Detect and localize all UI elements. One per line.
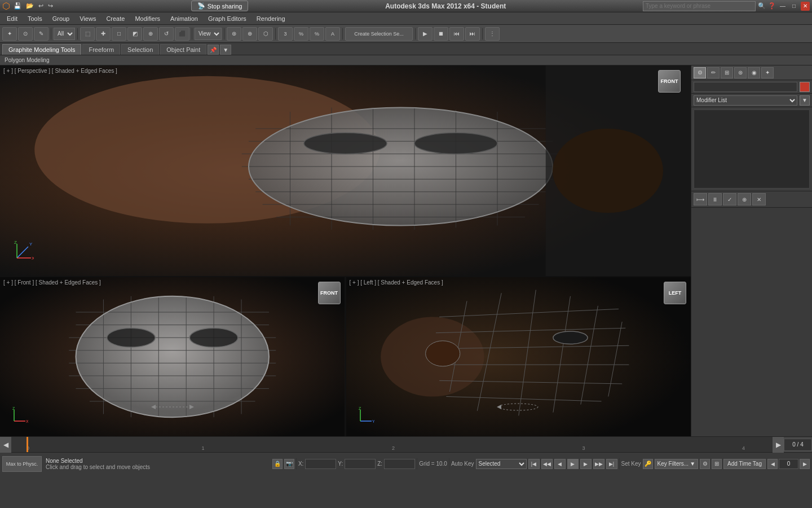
menu-animation[interactable]: Animation [166,14,202,23]
nav-cube-perspective[interactable]: FRONT [658,70,686,98]
num1-btn[interactable]: 3 [278,27,293,41]
settings-btn[interactable]: ⚙ [700,459,710,469]
tb-icon[interactable]: 📂 [25,2,35,10]
timeline-next-btn[interactable]: ▶ [773,437,784,453]
menu-create[interactable]: Create [102,14,129,23]
utilities-icon[interactable]: ✦ [761,67,774,78]
free-select-btn[interactable]: ◩ [127,27,142,41]
next-key-btn[interactable]: ▶▶ [593,459,604,469]
nav-cube-left[interactable]: LEFT [664,282,686,304]
num3-btn[interactable]: % [310,27,324,41]
view-btn2[interactable]: ⊞ [712,459,722,469]
object-properties-icon[interactable]: ⚙ [694,67,706,78]
stop-sharing-button[interactable]: 📡 Stop sharing [191,1,249,11]
hierarchy-icon[interactable]: ⊞ [721,67,733,78]
transform-btn[interactable]: ⊕ [143,27,158,41]
modifier-dropdown-btn[interactable]: ▼ [800,95,810,106]
next-frame-btn[interactable]: ▶ [580,459,592,469]
prev-frame-btn[interactable]: ◀ [554,459,566,469]
nav-cube-front[interactable]: FRONT [318,282,341,304]
tb-icon[interactable]: ↩ [37,2,45,10]
rect-select-btn[interactable]: □ [112,27,126,41]
frame-up-btn[interactable]: ▶ [800,459,810,469]
menu-edit[interactable]: Edit [2,14,22,23]
lock-btn[interactable]: 🔒 [272,459,283,469]
modifier-icon[interactable]: ✏ [707,67,720,78]
menu-rendering[interactable]: Rendering [252,14,290,23]
autokey-dropdown[interactable]: Selected [476,459,527,469]
viewport-perspective[interactable]: [ + ] [ Perspective ] [ Shaded + Edged F… [0,65,691,277]
search-icon[interactable]: 🔍 [758,2,766,10]
max-to-phys-btn[interactable]: Max to Physc. [2,456,42,472]
tab-graphite-modeling-tools[interactable]: Graphite Modeling Tools [2,44,81,55]
next-frame-btn[interactable]: ⏭ [465,27,480,41]
more-btn[interactable]: ⋮ [485,27,500,41]
prev-frame-btn[interactable]: ⏮ [449,27,464,41]
search-input[interactable] [643,1,756,11]
tab-selection[interactable]: Selection [121,44,159,55]
num2-btn[interactable]: % [294,27,308,41]
viewport-front[interactable]: [ + ] [ Front ] [ Shaded + Edged Faces ] [0,277,346,436]
mirror-btn[interactable]: ⬡ [258,27,273,41]
polygon-modeling-subtab[interactable]: Polygon Modeling [2,56,52,64]
move-btn[interactable]: ✚ [96,27,111,41]
motion-icon[interactable]: ⊛ [734,67,747,78]
menu-views[interactable]: Views [75,14,100,23]
maximize-button[interactable]: □ [789,2,798,11]
create-selection-btn[interactable]: Create Selection Se... [345,27,413,41]
filter-dropdown[interactable]: All [54,28,75,40]
add-time-tag-btn[interactable]: Add Time Tag [723,459,766,469]
snap2-btn[interactable]: ⊕ [242,27,257,41]
camera-btn[interactable]: 📷 [284,459,294,469]
select-tool-btn[interactable]: ✦ [2,27,17,41]
scale-btn[interactable]: ⬛ [175,27,189,41]
play-btn[interactable]: ▶ [418,27,433,41]
display-icon[interactable]: ◉ [748,67,760,78]
tab-freeform[interactable]: Freeform [82,44,120,55]
show-result-btn[interactable]: ✓ [723,193,736,205]
menu-modifiers[interactable]: Modifiers [130,14,165,23]
pin-stack-btn[interactable]: ⟼ [694,193,707,205]
tb-icon[interactable]: 💾 [12,2,23,10]
frame-down-btn[interactable]: ◀ [767,459,778,469]
num4-btn[interactable]: A [325,27,340,41]
paint-select-btn[interactable]: ✎ [34,27,48,41]
select-btn[interactable]: ⬚ [80,27,95,41]
go-end-btn[interactable]: ▶| [606,459,617,469]
timeline-prev-btn[interactable]: ◀ [0,437,11,453]
expand-tabs-btn[interactable]: ▼ [220,45,231,55]
frame-input[interactable] [779,459,798,469]
help-icon[interactable]: ❓ [768,2,776,10]
color-swatch[interactable] [800,82,810,92]
object-name-field[interactable] [694,82,797,92]
tb-icon[interactable]: ↪ [47,2,54,10]
remove-modifier-btn[interactable]: ✕ [752,193,766,205]
nav-cube-left-label[interactable]: LEFT [664,282,686,304]
nav-cube-label[interactable]: FRONT [658,70,681,93]
stop-btn[interactable]: ⏹ [434,27,448,41]
key-filters-btn[interactable]: Key Filters... ▼ [655,459,698,469]
prev-key-btn[interactable]: ◀◀ [541,459,553,469]
make-unique-btn[interactable]: ⊕ [738,193,751,205]
play-anim-btn[interactable]: ▶ [567,459,579,469]
go-start-btn[interactable]: |◀ [528,459,540,469]
snap-btn[interactable]: ⊛ [227,27,241,41]
z-field[interactable] [384,459,415,469]
tab-object-paint[interactable]: Object Paint [160,44,206,55]
active-toggle-btn[interactable]: ⏸ [708,193,722,205]
lasso-select-btn[interactable]: ⊙ [18,27,33,41]
timeline-track[interactable]: 0 1 2 3 4 [11,437,773,452]
x-field[interactable] [305,459,336,469]
menu-graph-editors[interactable]: Graph Editors [204,14,251,23]
pin-tab-btn[interactable]: 📌 [208,45,219,55]
modifier-list-dropdown[interactable]: Modifier List [694,95,797,106]
rotate-btn[interactable]: ↺ [159,27,174,41]
key-icon-btn[interactable]: 🔑 [643,459,653,469]
view-dropdown[interactable]: View [195,28,222,40]
minimize-button[interactable]: — [778,2,787,11]
menu-group[interactable]: Group [48,14,74,23]
nav-cube-front-label[interactable]: FRONT [318,282,341,304]
close-button[interactable]: ✕ [801,2,810,11]
menu-tools[interactable]: Tools [23,14,47,23]
viewport-left[interactable]: [ + ] [ Left ] [ Shaded + Edged Faces ] [346,277,691,436]
